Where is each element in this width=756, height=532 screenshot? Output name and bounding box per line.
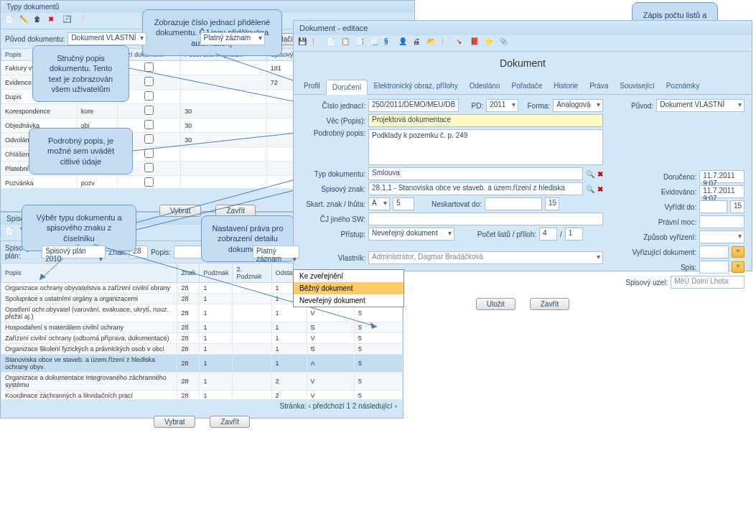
lbl-cj-jineho: ČJ jiného SW: (301, 215, 365, 223)
cj-jineho-input[interactable] (368, 213, 603, 225)
typ-lookup-icon[interactable]: 🔍 (586, 170, 594, 178)
cizi-checkbox[interactable] (144, 149, 154, 158)
puvod-select[interactable]: Dokument VLASTNÍ (656, 99, 745, 112)
cizi-checkbox[interactable] (144, 91, 154, 101)
vyrizujici-go[interactable]: » (732, 246, 745, 258)
tool-icon-2[interactable]: 📋 (341, 37, 353, 49)
save-icon[interactable]: 💾 (298, 37, 309, 49)
neskartovat-num[interactable]: 15 (545, 197, 559, 210)
spis-lookup-icon[interactable]: 🔍 (586, 185, 594, 193)
spis-plan-select[interactable]: Spisový plán 2010 (42, 246, 106, 258)
tab-profil[interactable]: Profil (298, 79, 326, 94)
cizi-checkbox[interactable] (144, 177, 154, 187)
tab-doru-en-[interactable]: Doručení (326, 80, 368, 95)
tab-odesl-no[interactable]: Odesláno (464, 79, 506, 94)
spis-stav-select[interactable]: Platný záznam (253, 246, 299, 258)
pristup-select[interactable]: Neveřejný dokument (368, 228, 454, 241)
cizi-checkbox[interactable] (144, 77, 154, 86)
lbl-spis-znak: Spisový znak: (301, 185, 365, 193)
paragraph-icon[interactable]: § (384, 37, 396, 49)
popup-item[interactable]: Běžný dokument (294, 282, 403, 294)
help-icon[interactable]: ❔ (77, 15, 88, 27)
typ-clear-icon[interactable]: ✖ (597, 170, 603, 178)
pd-select[interactable]: 2011 (486, 99, 518, 112)
tab-souvisej-c-[interactable]: Související (614, 79, 660, 94)
skart-znak-select[interactable]: A (368, 197, 390, 210)
new-icon[interactable]: 📄 (5, 15, 17, 27)
table-row[interactable]: Stanoviska obce ve staveb. a územ.řízení… (1, 355, 403, 373)
user-icon[interactable]: 👤 (398, 37, 410, 49)
print-icon[interactable]: 🖨 (413, 37, 424, 49)
vyridit-num[interactable]: 15 (730, 200, 745, 213)
tab-pr-va[interactable]: Práva (584, 79, 614, 94)
tab-bar: ProfilDoručeníElektronický obraz, příloh… (294, 79, 752, 95)
cizi-checkbox[interactable] (144, 163, 154, 172)
types-vybrat-button[interactable]: Vybrat (159, 205, 202, 217)
arrow-icon[interactable]: ↘ (456, 37, 467, 49)
separator: | (312, 37, 324, 49)
vec-input[interactable]: Projektová dokumentace (368, 114, 603, 127)
spis-col-header[interactable]: Znak (177, 263, 200, 283)
spisovy-uzel-input[interactable]: MěÚ Dolní Lhota (671, 276, 745, 289)
neskartovat-input[interactable] (485, 197, 542, 210)
table-row[interactable]: Koordinace záchranných a likvidačních pr… (1, 391, 403, 400)
types-puvod-select[interactable]: Dokument VLASTNÍ (67, 32, 146, 45)
tool-icon-4[interactable]: 📃 (370, 37, 381, 49)
zavrit-button[interactable]: Zavřít (530, 298, 570, 310)
pocet-priloh-input[interactable]: 1 (565, 228, 583, 241)
doruceno-input[interactable]: 11.7.2011 9:07 (699, 170, 745, 183)
types-stav-select[interactable]: Platný záznam (200, 32, 265, 45)
spis-col-header[interactable]: Popis (1, 263, 177, 283)
tab-po-ada-e[interactable]: Pořadače (505, 79, 548, 94)
popup-item[interactable]: Ke zveřejnění (294, 270, 403, 282)
spis-clear-icon[interactable]: ✖ (597, 185, 603, 193)
tool-icon-3[interactable]: 📑 (355, 37, 367, 49)
spis-go[interactable]: » (732, 261, 745, 273)
spis-col-header[interactable]: 2. Podznak (233, 263, 271, 283)
separator: | (442, 37, 453, 49)
tool-icon-7[interactable]: 📂 (427, 37, 439, 49)
delete-icon[interactable]: 🗑 (34, 15, 45, 27)
table-row[interactable]: Hospodaření s materiálem civilní ochrany… (1, 322, 403, 333)
tab-pozn-mky[interactable]: Poznámky (661, 79, 706, 94)
table-row[interactable]: Organizace školení fyzických a právnický… (1, 344, 403, 355)
new-icon[interactable]: 📄 (5, 227, 17, 238)
table-row[interactable]: Organizace a dokumentace Integrovaného z… (1, 373, 403, 391)
spis-vybrat-button[interactable]: Vybrat (154, 416, 196, 428)
popup-item[interactable]: Neveřejný dokument (294, 294, 403, 307)
forma-select[interactable]: Analogová (553, 99, 603, 112)
zpusob-select[interactable] (699, 230, 745, 243)
tool-icon-1[interactable]: 📄 (327, 37, 338, 49)
spis-zavrit-button[interactable]: Zavřít (210, 416, 250, 428)
pravni-input[interactable] (699, 215, 745, 228)
ulozit-button[interactable]: Uložit (476, 298, 515, 310)
edit-icon[interactable]: ✏️ (19, 15, 31, 27)
table-row[interactable]: Zařízení civilní ochrany (odborná přípra… (1, 333, 403, 344)
star-icon[interactable]: ⭐ (485, 37, 496, 49)
cizi-checkbox[interactable] (144, 134, 154, 144)
podrobny-textarea[interactable]: Podklady k pozemku č. p. 249 (368, 129, 603, 165)
cizi-checkbox[interactable] (144, 106, 154, 115)
pocet-listu-input[interactable]: 4 (539, 228, 557, 241)
refresh-icon[interactable]: 🔄 (62, 15, 74, 27)
cizi-checkbox[interactable] (144, 120, 154, 129)
delete-x-icon[interactable]: ✖ (48, 15, 60, 27)
lbl-neskartovat: Neskartovat do: (417, 200, 482, 208)
spis-znak-input[interactable]: 28.1.1 - Stanoviska obce ve staveb. a úz… (368, 182, 583, 195)
attach-icon[interactable]: 📎 (499, 37, 510, 49)
vyridit-input[interactable] (699, 200, 727, 213)
spis-input[interactable] (699, 261, 729, 274)
typ-input[interactable]: Smlouva (368, 167, 583, 180)
tab-elektronick-obraz-p-lohy[interactable]: Elektronický obraz, přílohy (368, 79, 463, 94)
spis-col-header[interactable]: Podznak (200, 263, 233, 283)
vyrizujici-input[interactable] (699, 246, 729, 258)
spis-pager[interactable]: Stránka: ‹ předchozí 1 2 následující › (280, 402, 397, 410)
skart-lhuta-input[interactable]: 5 (393, 197, 414, 210)
lbl-pravni: Právní moc: (617, 218, 696, 226)
book-icon[interactable]: 📕 (470, 37, 482, 49)
vlastnik-select[interactable]: Administrátor, Dagmar Bradáčková (368, 251, 603, 264)
evidovano-input[interactable]: 11.7.2011 9:07 (699, 185, 745, 198)
cislo-jednaci-input[interactable]: 250/2011/DEMO/MEU/DB (368, 99, 459, 112)
tab-historie[interactable]: Historie (548, 79, 584, 94)
cizi-checkbox[interactable] (144, 62, 154, 72)
